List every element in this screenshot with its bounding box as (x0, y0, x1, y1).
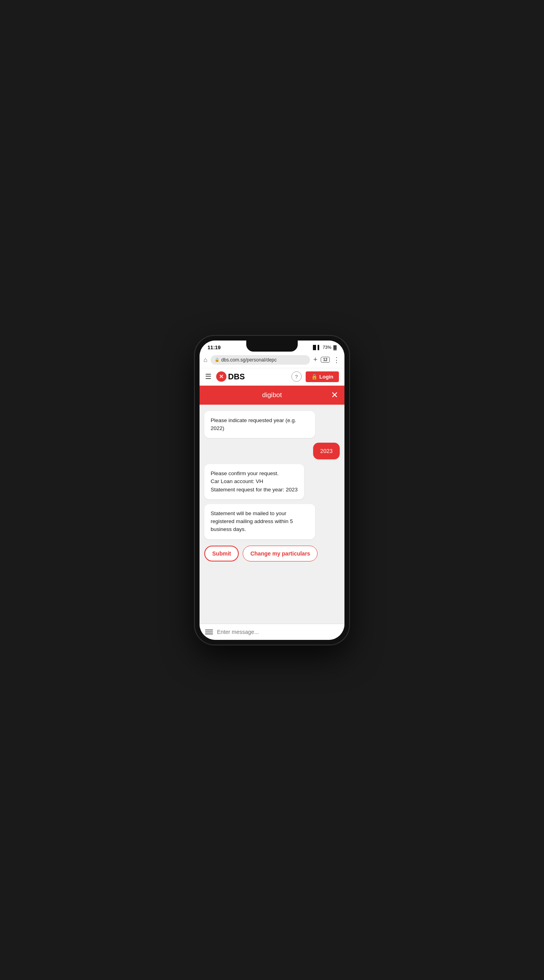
close-icon: ✕ (331, 390, 338, 400)
url-text: dbs.com.sg/personal/depc (221, 357, 277, 363)
input-bar (200, 624, 344, 640)
change-particulars-button[interactable]: Change my particulars (243, 546, 318, 561)
signal-icon: ▐▌▌ (312, 345, 321, 350)
bot-message-1-text: Please indicate requested year (e.g. 202… (211, 417, 296, 431)
dbs-logo-text: DBS (228, 372, 245, 381)
digibot-close-button[interactable]: ✕ (331, 390, 338, 400)
lock-icon: 🔒 (215, 358, 219, 362)
submit-button[interactable]: Submit (204, 546, 239, 561)
phone-frame: 11:19 ▐▌▌ 73% ▓ ⌂ 🔒 dbs.com.sg/personal/… (195, 336, 349, 645)
bot-message-3: Statement will be mailed to your registe… (204, 504, 315, 539)
menu-line-2 (205, 632, 213, 632)
home-icon[interactable]: ⌂ (204, 356, 207, 363)
tabs-count[interactable]: 12 (321, 357, 330, 363)
bot-message-3-text: Statement will be mailed to your registe… (211, 510, 293, 533)
input-menu-icon[interactable] (205, 630, 213, 634)
browser-bar: ⌂ 🔒 dbs.com.sg/personal/depc + 12 ⋮ (200, 353, 344, 368)
status-icons: ▐▌▌ 73% ▓ (312, 345, 337, 350)
login-button[interactable]: 🔒 Login (306, 371, 339, 382)
user-message-1: 2023 (313, 443, 340, 459)
battery-text: 73% (323, 345, 331, 350)
bot-message-2-text: Please confirm your request.Car Loan acc… (211, 470, 298, 493)
browser-actions: + 12 ⋮ (313, 356, 340, 364)
digibot-title: digibot (262, 391, 282, 399)
hamburger-icon[interactable]: ☰ (205, 372, 211, 381)
menu-line-1 (205, 630, 213, 630)
user-message-1-text: 2023 (320, 448, 333, 454)
browser-menu-icon[interactable]: ⋮ (333, 356, 340, 364)
dbs-logo-mark: ✕ (216, 371, 226, 382)
help-icon[interactable]: ? (291, 371, 302, 382)
new-tab-icon[interactable]: + (313, 356, 318, 364)
action-buttons: Submit Change my particulars (204, 546, 318, 561)
dbs-x-symbol: ✕ (219, 373, 224, 380)
login-label: Login (320, 374, 333, 380)
battery-icon: ▓ (333, 345, 337, 350)
login-lock-icon: 🔒 (311, 374, 318, 380)
menu-line-3 (205, 634, 213, 634)
message-input[interactable] (217, 629, 339, 635)
bot-message-1: Please indicate requested year (e.g. 202… (204, 411, 315, 438)
url-bar[interactable]: 🔒 dbs.com.sg/personal/depc (211, 355, 310, 365)
dbs-logo: ✕ DBS (216, 371, 245, 382)
phone-notch (246, 341, 298, 352)
dbs-nav: ☰ ✕ DBS ? 🔒 Login (200, 368, 344, 386)
phone-screen: 11:19 ▐▌▌ 73% ▓ ⌂ 🔒 dbs.com.sg/personal/… (200, 341, 344, 640)
bot-message-2: Please confirm your request.Car Loan acc… (204, 464, 304, 499)
help-label: ? (295, 374, 298, 380)
status-time: 11:19 (207, 344, 221, 350)
digibot-header: digibot ✕ (200, 386, 344, 405)
chat-area: Please indicate requested year (e.g. 202… (200, 405, 344, 624)
